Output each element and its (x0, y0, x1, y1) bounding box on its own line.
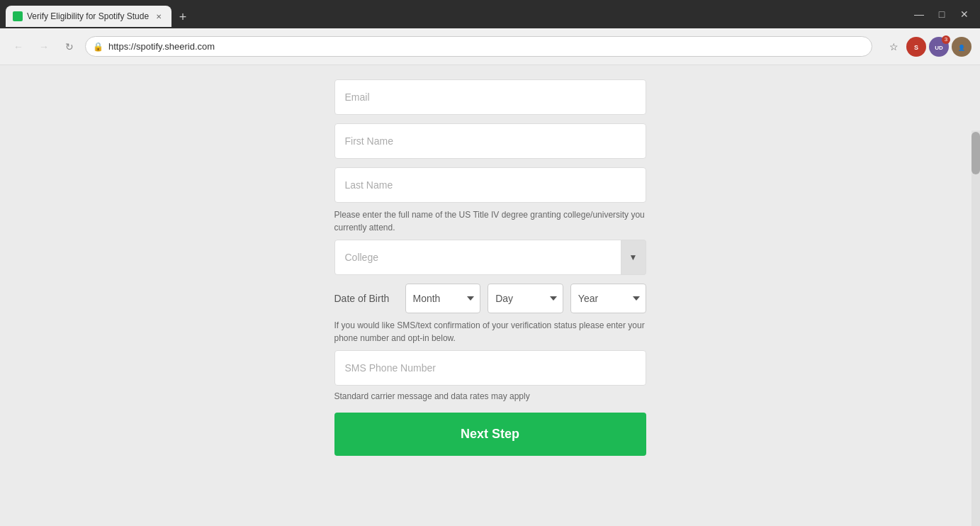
close-button[interactable]: ✕ (954, 4, 974, 24)
forward-button[interactable]: → (34, 37, 54, 57)
tab-favicon (13, 11, 23, 21)
lock-icon: 🔒 (93, 42, 103, 52)
year-select[interactable]: Year (570, 284, 646, 313)
window-controls: — □ ✕ (909, 4, 974, 24)
minimize-button[interactable]: — (909, 4, 929, 24)
ext1-svg: S (911, 41, 922, 52)
address-bar-row: ← → ↻ 🔒 https://spotify.sheerid.com ☆ S … (0, 28, 980, 65)
svg-text:S: S (914, 44, 918, 51)
month-select[interactable]: Month January February March April May J… (405, 284, 481, 313)
tab-close-button[interactable]: ✕ (153, 11, 164, 22)
scrollbar-thumb[interactable] (971, 132, 980, 174)
sms-hint-text: If you would like SMS/text confirmation … (334, 319, 646, 345)
toolbar-icons: ☆ S UD 3 👤 (884, 37, 971, 57)
ext2-badge: 3 (942, 35, 950, 44)
extension2-icon[interactable]: UD 3 (929, 37, 949, 57)
dob-label: Date of Birth (334, 293, 398, 304)
restore-button[interactable]: □ (932, 4, 952, 24)
form-container: Please enter the full name of the US Tit… (334, 79, 646, 456)
carrier-notice-text: Standard carrier message and data rates … (334, 391, 646, 401)
college-wrapper: College ▼ (334, 240, 646, 275)
last-name-field[interactable] (334, 167, 646, 203)
browser-chrome: Verify Eligibility for Spotify Stude ✕ +… (0, 0, 980, 65)
page-content: Please enter the full name of the US Tit… (0, 65, 980, 526)
profile-icon[interactable]: 👤 (952, 37, 971, 57)
profile-svg: 👤 (956, 41, 967, 52)
day-select[interactable]: Day (488, 284, 563, 313)
first-name-field[interactable] (334, 123, 646, 159)
college-hint-text: Please enter the full name of the US Tit… (334, 208, 646, 234)
svg-text:UD: UD (935, 45, 943, 51)
title-bar: Verify Eligibility for Spotify Stude ✕ +… (0, 0, 980, 28)
back-button[interactable]: ← (9, 37, 28, 57)
address-bar[interactable]: 🔒 https://spotify.sheerid.com (85, 36, 872, 57)
tab-title: Verify Eligibility for Spotify Stude (27, 11, 149, 21)
next-step-button[interactable]: Next Step (334, 413, 646, 456)
email-field[interactable] (334, 79, 646, 115)
refresh-button[interactable]: ↻ (60, 37, 79, 57)
url-text: https://spotify.sheerid.com (108, 41, 215, 52)
scrollbar[interactable] (971, 130, 980, 526)
extension1-icon[interactable]: S (906, 37, 926, 57)
star-icon[interactable]: ☆ (884, 37, 903, 57)
sms-phone-field[interactable] (334, 350, 646, 386)
college-select[interactable]: College (334, 240, 646, 275)
new-tab-button[interactable]: + (173, 7, 193, 27)
svg-text:👤: 👤 (958, 44, 965, 51)
active-tab[interactable]: Verify Eligibility for Spotify Stude ✕ (6, 6, 171, 27)
date-of-birth-row: Date of Birth Month January February Mar… (334, 284, 646, 313)
